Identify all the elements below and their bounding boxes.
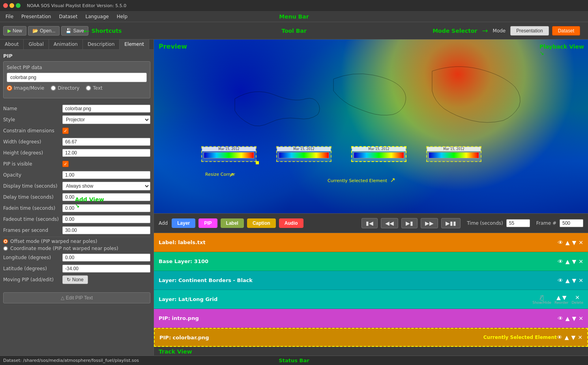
track-label-eye-icon[interactable]: 👁 (558, 239, 563, 246)
longitude-input[interactable] (62, 254, 150, 262)
rewind-button[interactable]: ◀◀ (381, 218, 398, 228)
coord-mode-radio (3, 246, 8, 251)
radio-image-movie[interactable]: Image/Movie (7, 85, 44, 91)
menu-file[interactable]: File (2, 13, 17, 20)
visible-checkbox[interactable]: ✓ (62, 161, 69, 167)
track-pip-intro-delete-icon[interactable]: ✕ (579, 315, 583, 322)
menu-presentation[interactable]: Presentation (17, 13, 55, 20)
offset-mode-row[interactable]: Offset mode (PIP warped near poles) (3, 239, 150, 244)
window-controls[interactable] (3, 3, 21, 8)
tab-element[interactable]: Element (120, 40, 149, 50)
mode-selector-label: Mode Selector (433, 28, 477, 34)
add-pip-button[interactable]: PIP (198, 218, 217, 228)
add-text-label: Add (159, 220, 168, 226)
resize-corner-1 (256, 161, 259, 164)
radio-directory[interactable]: Directory (51, 85, 79, 91)
track-latlong-delete-icon[interactable]: ✕ (575, 294, 580, 301)
dataset-mode-button[interactable]: Dataset (552, 26, 580, 36)
track-label-down-icon[interactable]: ▼ (572, 239, 576, 246)
menu-language[interactable]: Language (81, 13, 112, 20)
menu-help[interactable]: Help (113, 13, 131, 20)
skip-end-button[interactable]: ▶▮▮ (441, 218, 461, 228)
longitude-label: Longitude (degrees) (3, 255, 62, 260)
track-pip-colorbar-selected: PIP: colorbar.png Currently Selected Ele… (154, 328, 588, 347)
add-label-button[interactable]: Label (221, 218, 244, 228)
constrain-checkbox[interactable]: ✓ (62, 128, 69, 134)
tab-about[interactable]: About (0, 40, 24, 49)
track-continent-down-icon[interactable]: ▼ (572, 277, 576, 284)
track-latlong-controls: 👁̸ Show/Hide ▲ ▼ Reorder ✕ Delete (532, 294, 583, 305)
minimize-dot[interactable] (9, 3, 14, 8)
delete-label: Delete (571, 301, 583, 305)
opacity-input[interactable] (62, 171, 150, 179)
track-continent-eye-icon[interactable]: 👁 (558, 277, 563, 284)
main-content: About Global Animation Description Eleme… (0, 40, 588, 356)
tab-animation[interactable]: Animation (49, 40, 83, 49)
track-pip-colorbar-down-icon[interactable]: ▼ (571, 334, 575, 341)
name-label: Name (3, 106, 62, 111)
track-base-eye-icon[interactable]: 👁 (558, 258, 563, 265)
form-visible-row: PIP is visible ✓ (3, 159, 150, 169)
track-pip-intro-down-icon[interactable]: ▼ (572, 315, 576, 322)
add-view-label: Add View (75, 196, 104, 203)
pip-preview-2: Mar 15, 2012 (276, 146, 331, 162)
width-input[interactable] (62, 138, 150, 146)
edit-pip-text-button[interactable]: △ Edit PIP Text (3, 292, 150, 303)
track-pip-intro-up-icon[interactable]: ▲ (566, 315, 570, 322)
moving-pip-label: Moving PIP (add/edit) (3, 277, 62, 282)
menu-dataset[interactable]: Dataset (55, 13, 81, 20)
radio-image-movie-indicator (7, 85, 12, 91)
track-continent-up-icon[interactable]: ▲ (566, 277, 570, 284)
tab-global[interactable]: Global (24, 40, 49, 49)
add-layer-button[interactable]: Layer (172, 218, 195, 228)
open-button[interactable]: 📂 Open... (28, 26, 60, 36)
height-input[interactable] (62, 149, 150, 157)
fadeout-input[interactable] (62, 215, 150, 223)
moving-pip-button[interactable]: ↻ None (62, 275, 88, 284)
add-caption-button[interactable]: Caption (247, 218, 276, 228)
track-base-down-icon[interactable]: ▼ (572, 258, 576, 265)
track-continent-label-text: Layer: Continent Borders - Black (159, 277, 558, 283)
fast-forward-button[interactable]: ▶▶ (421, 218, 438, 228)
name-input[interactable] (62, 105, 150, 113)
track-pip-intro-eye-icon[interactable]: 👁 (558, 315, 563, 322)
track-pip-colorbar-up-icon[interactable]: ▲ (565, 334, 569, 341)
tab-description[interactable]: Description (83, 40, 120, 49)
style-select[interactable]: Projector Flat Globe (62, 115, 150, 124)
pip-file-input[interactable] (7, 73, 147, 82)
add-audio-button[interactable]: Audio (279, 218, 303, 228)
presentation-mode-button[interactable]: Presentation (510, 26, 549, 36)
track-pip-colorbar-eye-icon[interactable]: 👁 (557, 334, 562, 341)
track-base-up-icon[interactable]: ▲ (566, 258, 570, 265)
selected-element-annotation: Currently Selected Element ↗ (328, 176, 395, 184)
fps-input[interactable] (62, 226, 150, 234)
playback-view-label: Playback View (539, 43, 584, 50)
track-latlong-down-icon[interactable]: ▼ (562, 294, 567, 301)
close-dot[interactable] (3, 3, 8, 8)
track-pip-colorbar-delete-icon[interactable]: ✕ (578, 334, 582, 341)
new-icon: ▶ (7, 28, 11, 34)
track-latlong-eye-icon[interactable]: 👁̸ (540, 294, 543, 301)
maximize-dot[interactable] (16, 3, 21, 8)
map-outline-svg (154, 40, 588, 213)
frame-input[interactable] (560, 219, 583, 227)
latitude-input[interactable] (62, 265, 150, 273)
track-continent-delete-icon[interactable]: ✕ (579, 277, 583, 284)
radio-text[interactable]: Text (86, 85, 102, 91)
track-label-up-icon[interactable]: ▲ (566, 239, 570, 246)
time-input[interactable] (506, 219, 530, 227)
track-base-delete-icon[interactable]: ✕ (579, 258, 583, 265)
coord-mode-row[interactable]: Coordinate mode (PIP not warped near pol… (3, 246, 150, 251)
form-width-row: Width (degrees) (3, 137, 150, 147)
display-select[interactable]: Always show (62, 182, 150, 190)
skip-start-button[interactable]: ▮◀ (361, 218, 378, 228)
track-latlong-layer: Layer: Lat/Long Grid 👁̸ Show/Hide ▲ ▼ Re… (154, 290, 588, 309)
track-latlong-delete-group: ✕ Delete (571, 294, 583, 305)
track-label-delete-icon[interactable]: ✕ (579, 239, 583, 246)
toolbar-label: Tool Bar (281, 28, 307, 34)
delay-label: Delay time (seconds) (3, 194, 62, 200)
play-pause-button[interactable]: ▶▮ (401, 218, 418, 228)
new-button[interactable]: ▶ New (3, 26, 26, 36)
track-view-label: Track View (154, 347, 588, 356)
track-latlong-up-icon[interactable]: ▲ (556, 294, 561, 301)
